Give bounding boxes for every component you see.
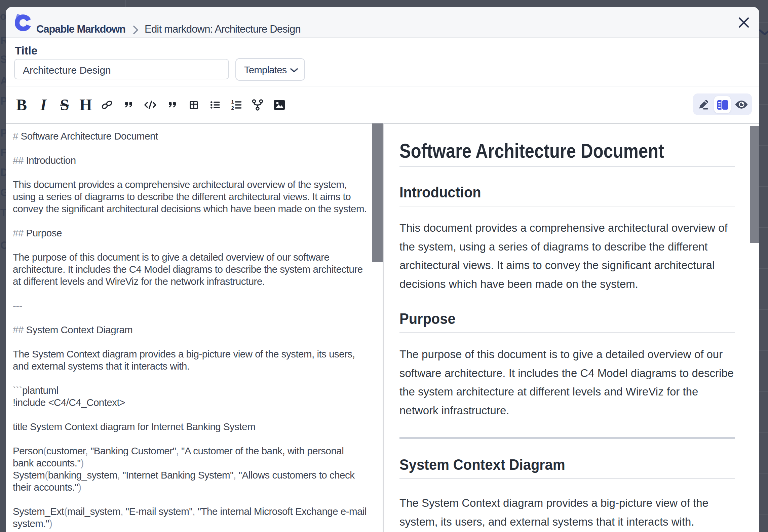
svg-text:2: 2 [231,105,234,111]
svg-text:1: 1 [231,99,234,105]
